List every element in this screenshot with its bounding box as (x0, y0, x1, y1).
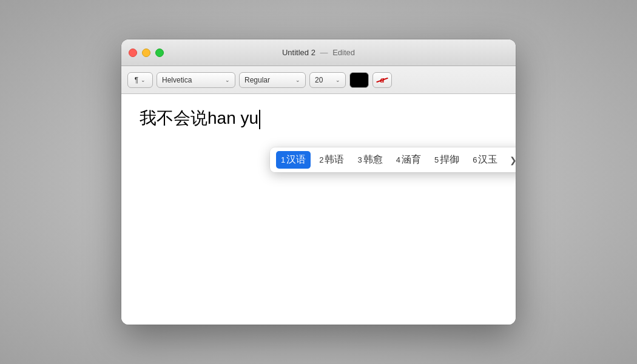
title-text: Untitled 2 (282, 48, 315, 57)
ime-candidate-3[interactable]: 3韩愈 (352, 151, 387, 169)
font-name-label: Helvetica (162, 76, 192, 84)
text-cursor (259, 110, 260, 129)
candidate-3-text: 韩愈 (363, 154, 383, 164)
candidate-6-num: 6 (473, 155, 477, 164)
paragraph-style-button[interactable]: ¶ ⌄ (127, 72, 153, 88)
ime-candidate-1[interactable]: 1汉语 (276, 151, 311, 169)
app-window: Untitled 2 — Edited ¶ ⌄ Helvetica ⌄ Regu… (121, 39, 516, 325)
paragraph-arrow-icon: ⌄ (141, 77, 146, 83)
maximize-button[interactable] (155, 49, 164, 57)
font-style-selector[interactable]: Regular ⌄ (239, 72, 306, 88)
candidate-5-num: 5 (434, 155, 439, 164)
font-style-label: Regular (244, 76, 270, 84)
traffic-lights (129, 49, 164, 57)
candidate-5-text: 捍御 (440, 154, 459, 164)
ime-candidate-4[interactable]: 4涵育 (391, 151, 426, 169)
text-color-button[interactable] (349, 72, 369, 88)
candidate-6-text: 汉玉 (478, 154, 497, 164)
spelling-button[interactable]: a (372, 72, 392, 88)
window-title: Untitled 2 — Edited (282, 48, 355, 57)
font-style-arrow-icon: ⌄ (295, 77, 300, 83)
titlebar: Untitled 2 — Edited (121, 39, 516, 66)
text-editor-area[interactable]: 我不会说han yu 1汉语 2韩语 3韩愈 4涵育 5捍御 6汉玉 ❯ (121, 94, 516, 325)
ime-more-button[interactable]: ❯ (506, 153, 516, 167)
close-button[interactable] (129, 49, 137, 57)
editor-text[interactable]: 我不会说han yu (140, 106, 497, 130)
ime-candidate-6[interactable]: 6汉玉 (468, 151, 502, 169)
ime-candidate-5[interactable]: 5捍御 (430, 151, 464, 169)
ime-candidate-popup[interactable]: 1汉语 2韩语 3韩愈 4涵育 5捍御 6汉玉 ❯ (270, 147, 516, 172)
font-name-selector[interactable]: Helvetica ⌄ (157, 72, 235, 88)
candidate-1-num: 1 (281, 155, 285, 164)
title-separator: — (320, 48, 328, 57)
edited-label: Edited (332, 48, 355, 57)
ime-candidate-2[interactable]: 2韩语 (314, 151, 349, 169)
minimize-button[interactable] (142, 49, 150, 57)
font-name-arrow-icon: ⌄ (225, 77, 230, 83)
candidate-2-num: 2 (319, 155, 323, 164)
paragraph-icon: ¶ (135, 76, 138, 84)
candidate-4-num: 4 (396, 155, 400, 164)
candidate-1-text: 汉语 (286, 154, 306, 164)
toolbar: ¶ ⌄ Helvetica ⌄ Regular ⌄ 20 ⌄ a (121, 66, 516, 94)
candidate-2-text: 韩语 (325, 154, 344, 164)
text-content-span: 我不会说han yu (140, 109, 258, 127)
font-size-selector[interactable]: 20 ⌄ (309, 72, 346, 88)
candidate-3-num: 3 (357, 155, 362, 164)
candidate-4-text: 涵育 (402, 154, 421, 164)
font-size-arrow-icon: ⌄ (335, 77, 340, 83)
font-size-label: 20 (315, 76, 323, 84)
